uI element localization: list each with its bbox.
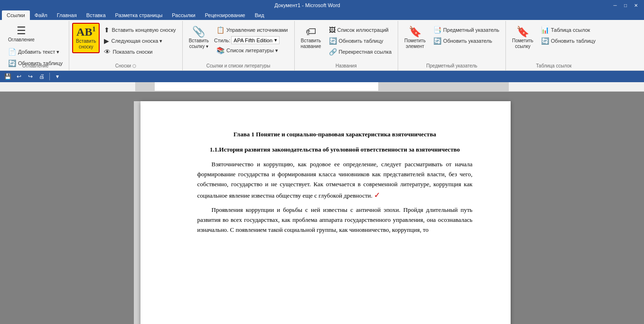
insert-citation-label: Вставитьссылку ▾: [189, 38, 209, 49]
index-group-label: Предметный указатель: [398, 63, 505, 68]
ribbon-group-captions: 🏷 Вставитьназвание 🖼 Список иллюстраций …: [295, 21, 399, 70]
next-footnote-label: Следующая сноска ▾: [111, 38, 162, 44]
mark-entry-button[interactable]: 🔖 Пометитьэлемент: [401, 23, 429, 53]
update-captions-label: Обновить таблицу: [339, 38, 383, 44]
table-citations-button[interactable]: 📊 Таблица ссылок: [538, 25, 599, 35]
insert-endnote-button[interactable]: ⬆ Вставить концевую сноску: [101, 25, 179, 35]
table-citations-label: Таблица ссылок: [551, 27, 590, 33]
citation-icon: 📎: [192, 27, 205, 37]
save-qa-button[interactable]: 💾: [3, 72, 12, 81]
ribbon-group-table-auth: 🔖 Пометитьссылку 📊 Таблица ссылок 🔄 Обно…: [506, 21, 602, 70]
mark-citation-label: Пометитьссылку: [512, 38, 533, 49]
tab-recenzirovaniye[interactable]: Рецензирование: [200, 10, 250, 20]
cross-reference-button[interactable]: 🔗 Перекрестная ссылка: [326, 47, 395, 57]
section-title-text: 1.1.История развития законодательства об…: [210, 146, 460, 153]
subject-index-button[interactable]: 📑 Предметный указатель: [430, 25, 503, 35]
mark-entry-label: Пометитьэлемент: [404, 38, 426, 49]
undo-qa-button[interactable]: ↩: [14, 72, 24, 81]
style-prefix: Стиль:: [214, 38, 230, 43]
svg-rect-1: [155, 82, 378, 91]
table-auth-small-buttons: 📊 Таблица ссылок 🔄 Обновить таблицу: [538, 23, 599, 46]
update-table-captions-button[interactable]: 🔄 Обновить таблицу: [326, 36, 395, 46]
ribbon-group-citations: 📎 Вставитьссылку ▾ 📋 Управление источник…: [183, 21, 295, 70]
qa-dropdown[interactable]: ▾: [53, 72, 62, 81]
add-text-button[interactable]: 📄 Добавить текст ▾: [5, 47, 63, 57]
chapter-title-text: Глава 1 Понятие и социально-правовая хар…: [233, 131, 436, 138]
paragraph-2: Проявления коррупции и борьбы с ней изве…: [197, 205, 473, 235]
tab-vstavka[interactable]: Вставка: [82, 10, 111, 20]
citations-small-buttons: 📋 Управление источниками Стиль: APA Fift…: [213, 23, 291, 56]
insert-endnote-label: Вставить концевую сноску: [112, 27, 176, 33]
footnote-icon: AB1: [76, 26, 95, 38]
minimize-button[interactable]: ─: [611, 1, 619, 9]
horizontal-ruler: [0, 82, 644, 92]
insert-caption-label: Вставитьназвание: [301, 38, 321, 49]
ribbon-content: ☰ Оглавление 📄 Добавить текст ▾ 🔄 Обнови…: [0, 20, 644, 70]
tab-vid[interactable]: Вид: [250, 10, 269, 20]
figures-icon: 🖼: [329, 26, 336, 34]
add-text-icon: 📄: [8, 48, 16, 56]
bibliography-button[interactable]: 📚 Список литературы ▾: [213, 45, 291, 56]
contents-group-label: Оглавление: [2, 63, 69, 68]
title-bar-text: Документ1 - Microsoft Word: [4, 2, 611, 8]
ribbon-group-footnotes: AB1 Вставитьсноску ⬆ Вставить концевую с…: [69, 21, 183, 70]
svg-rect-2: [134, 101, 140, 324]
document-area[interactable]: Глава 1 Понятие и социально-правовая хар…: [0, 92, 644, 324]
update-table-auth-icon: 🔄: [541, 37, 549, 45]
quick-access-toolbar: 💾 ↩ ↪ 🖨 ▾: [0, 71, 644, 82]
tab-ssylki[interactable]: Ссылки: [2, 10, 30, 20]
contents-label: Оглавление: [8, 37, 35, 43]
table-auth-group-label: Таблица ссылок: [506, 63, 602, 68]
next-footnote-icon: ▶: [104, 37, 109, 45]
cross-ref-icon: 🔗: [329, 48, 337, 56]
style-dropdown[interactable]: APA Fifth Edition ▾: [231, 36, 280, 44]
document-page: Глава 1 Понятие и социально-правовая хар…: [140, 101, 511, 324]
cross-reference-label: Перекрестная ссылка: [339, 49, 392, 55]
maximize-button[interactable]: □: [621, 1, 630, 9]
mark-citation-button[interactable]: 🔖 Пометитьссылку: [509, 23, 537, 53]
bibliography-label: Список литературы ▾: [226, 48, 278, 54]
title-bar: Документ1 - Microsoft Word ─ □ ✕: [0, 0, 644, 10]
update-index-label: Обновить указатель: [443, 38, 492, 44]
contents-icon: ☰: [17, 26, 26, 36]
update-table-auth-button[interactable]: 🔄 Обновить таблицу: [538, 36, 599, 46]
print-qa-button[interactable]: 🖨: [37, 72, 47, 81]
show-footnotes-button[interactable]: 👁 Показать сноски: [101, 47, 179, 57]
subject-index-label: Предметный указатель: [443, 27, 499, 33]
manage-sources-label: Управление источниками: [226, 27, 288, 33]
ruler-marks: [136, 82, 508, 91]
title-bar-controls: ─ □ ✕: [611, 1, 640, 9]
add-text-label: Добавить текст ▾: [18, 49, 59, 55]
footnotes-group-label: Сноски ⬡: [69, 63, 182, 68]
vertical-ruler-svg: [134, 101, 140, 324]
redo-qa-button[interactable]: ↪: [26, 72, 35, 81]
tab-rassylki[interactable]: Рассылки: [167, 10, 200, 20]
bibliography-icon: 📚: [216, 47, 224, 54]
insert-caption-button[interactable]: 🏷 Вставитьназвание: [298, 23, 325, 53]
next-footnote-button[interactable]: ▶ Следующая сноска ▾: [101, 36, 179, 46]
tab-fail[interactable]: Файл: [30, 10, 52, 20]
citations-group-label: Ссылки и списки литературы: [183, 63, 294, 68]
endnote-icon: ⬆: [104, 26, 110, 34]
insert-footnote-label: Вставитьсноску: [76, 38, 96, 50]
close-button[interactable]: ✕: [632, 1, 640, 9]
mark-entry-icon: 🔖: [409, 27, 421, 37]
style-row: Стиль: APA Fifth Edition ▾: [213, 36, 291, 45]
subject-icon: 📑: [433, 26, 441, 34]
paragraph-1: Взяточничество и коррупцию, как родовое …: [197, 160, 473, 201]
update-table-auth-label: Обновить таблицу: [551, 38, 596, 44]
chapter-title: Глава 1 Понятие и социально-правовая хар…: [197, 130, 473, 139]
tab-razmetka[interactable]: Разметка страницы: [111, 10, 168, 20]
list-of-figures-button[interactable]: 🖼 Список иллюстраций: [326, 25, 395, 35]
ribbon-group-contents: ☰ Оглавление 📄 Добавить текст ▾ 🔄 Обнови…: [2, 21, 69, 70]
contents-button[interactable]: ☰ Оглавление: [5, 23, 38, 46]
manage-sources-button[interactable]: 📋 Управление источниками: [213, 25, 291, 35]
insert-citation-button[interactable]: 📎 Вставитьссылку ▾: [186, 23, 212, 53]
qa-divider: [49, 73, 50, 80]
update-index-button[interactable]: 🔄 Обновить указатель: [430, 36, 503, 46]
insert-footnote-button[interactable]: AB1 Вставитьсноску: [72, 23, 100, 53]
ribbon: Ссылки Файл Главная Вставка Разметка стр…: [0, 10, 644, 71]
tab-glavnaya[interactable]: Главная: [52, 10, 82, 20]
caption-icon: 🏷: [306, 27, 316, 37]
index-small-buttons: 📑 Предметный указатель 🔄 Обновить указат…: [430, 23, 503, 46]
